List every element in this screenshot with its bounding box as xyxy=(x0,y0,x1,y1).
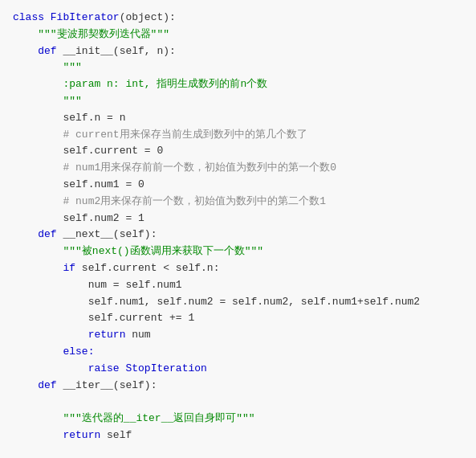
code-line: self.num2 = 1 xyxy=(13,211,463,227)
code-line: else: xyxy=(13,344,463,361)
code-line: # current用来保存当前生成到数列中的第几个数了 xyxy=(13,127,463,144)
code-line: class FibIterator(object): xyxy=(13,10,463,27)
code-line: def __iter__(self): xyxy=(13,378,463,395)
code-line: num = self.num1 xyxy=(13,277,463,294)
code-line: def __next__(self): xyxy=(13,227,463,243)
code-line: self.num1, self.num2 = self.num2, self.n… xyxy=(13,294,463,311)
code-line xyxy=(13,394,463,411)
code-line: raise StopIteration xyxy=(13,361,463,378)
code-line: if self.current < self.n: xyxy=(13,260,463,277)
code-line: """ xyxy=(13,93,463,110)
code-line: def __init__(self, n): xyxy=(13,43,463,60)
code-line: self.num1 = 0 xyxy=(13,177,463,194)
code-line: :param n: int, 指明生成数列的前n个数 xyxy=(13,76,463,93)
code-line: # num1用来保存前前一个数，初始值为数列中的第一个数0 xyxy=(13,160,463,177)
code-line: # num2用来保存前一个数，初始值为数列中的第二个数1 xyxy=(13,194,463,211)
code-line: """ xyxy=(13,59,463,76)
code-line: return num xyxy=(13,327,463,344)
code-line: self.current += 1 xyxy=(13,310,463,327)
code-line: self.current = 0 xyxy=(13,143,463,160)
code-line: self.n = n xyxy=(13,110,463,127)
code-line: """迭代器的__iter__返回自身即可""" xyxy=(13,411,463,427)
code-line: """斐波那契数列迭代器""" xyxy=(13,27,463,43)
code-line: """被next()函数调用来获取下一个数""" xyxy=(13,243,463,260)
code-block: class FibIterator(object): """斐波那契数列迭代器"… xyxy=(0,0,476,458)
code-line: return self xyxy=(13,427,463,444)
